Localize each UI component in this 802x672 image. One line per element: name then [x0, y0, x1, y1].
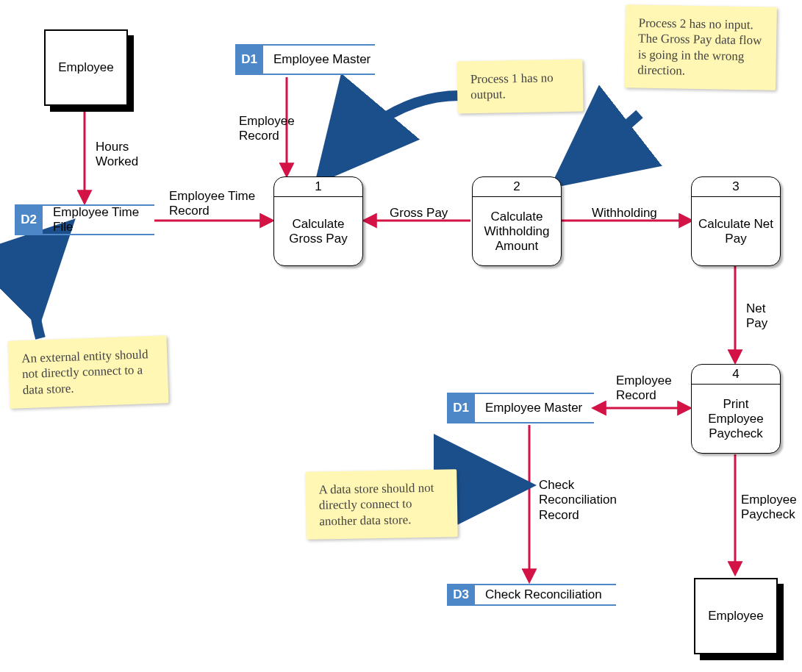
- process-number: 2: [473, 177, 561, 197]
- process-name: Print Employee Paycheck: [692, 385, 780, 454]
- note-text: An external entity should not directly c…: [21, 347, 148, 396]
- note-process2: Process 2 has no input. The Gross Pay da…: [624, 4, 777, 90]
- process-number: 4: [692, 365, 780, 385]
- process-number: 1: [274, 177, 362, 197]
- entity-employee-source: Employee: [44, 29, 128, 106]
- process-2: 2 Calculate Withholding Amount: [472, 176, 562, 266]
- note-process1: Process 1 has no output.: [457, 60, 583, 113]
- flow-employee-record-mid: Employee Record: [616, 373, 686, 404]
- process-name: Calculate Gross Pay: [274, 197, 362, 266]
- process-number: 3: [692, 177, 780, 197]
- process-3: 3 Calculate Net Pay: [691, 176, 781, 266]
- datastore-tag: D3: [447, 584, 475, 606]
- flow-gross-pay: Gross Pay: [390, 206, 448, 221]
- datastore-tag: D1: [235, 44, 263, 75]
- flow-employee-time-record: Employee Time Record: [169, 189, 257, 219]
- process-1: 1 Calculate Gross Pay: [273, 176, 363, 266]
- note-text: Process 1 has no output.: [470, 71, 554, 101]
- datastore-tag: D1: [447, 393, 475, 423]
- datastore-tag: D2: [15, 204, 43, 235]
- dfd-canvas: Employee Employee D1 Employee Master D2 …: [0, 0, 802, 672]
- flow-net-pay: Net Pay: [746, 301, 783, 332]
- flow-employee-record-top: Employee Record: [239, 114, 309, 144]
- datastore-label: Employee Master: [271, 44, 375, 75]
- flow-check-reconciliation-record: Check Reconciliation Record: [539, 478, 627, 523]
- note-text: A data store should not directly connect…: [318, 481, 434, 528]
- note-datastore-datastore: A data store should not directly connect…: [305, 469, 458, 539]
- note-text: Process 2 has no input. The Gross Pay da…: [637, 16, 762, 78]
- flow-withholding: Withholding: [592, 206, 657, 221]
- flow-hours-worked: Hours Worked: [96, 140, 154, 170]
- entity-label: Employee: [708, 609, 764, 623]
- datastore-d2: D2 Employee Time File: [15, 204, 154, 235]
- datastore-d1-mid: D1 Employee Master: [447, 393, 594, 423]
- datastore-d1-top: D1 Employee Master: [235, 44, 375, 75]
- entity-employee-sink: Employee: [694, 578, 778, 654]
- datastore-d3: D3 Check Reconciliation: [447, 584, 616, 606]
- process-name: Calculate Net Pay: [692, 197, 780, 266]
- process-name: Calculate Withholding Amount: [473, 197, 561, 266]
- datastore-label: Check Reconciliation: [482, 584, 616, 606]
- note-entity-datastore: An external entity should not directly c…: [7, 335, 168, 408]
- process-4: 4 Print Employee Paycheck: [691, 364, 781, 454]
- datastore-label: Employee Time File: [50, 204, 154, 235]
- flow-employee-paycheck: Employee Paycheck: [741, 493, 802, 523]
- datastore-label: Employee Master: [482, 393, 594, 423]
- entity-label: Employee: [58, 60, 114, 75]
